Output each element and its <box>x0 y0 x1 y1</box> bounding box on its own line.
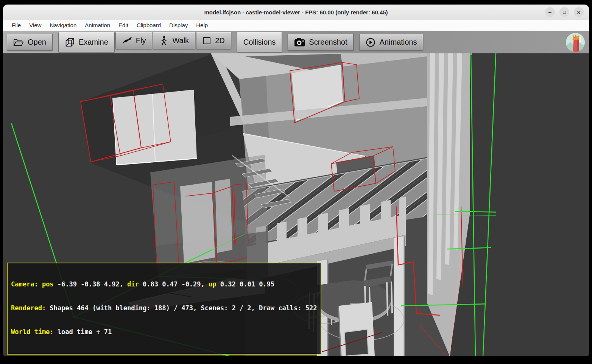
window-title: model.ifcjson - castle-model-viewer - FP… <box>3 9 589 16</box>
stats-overlay: Camera: pos -6.39 -0.38 4.92, dir 0.83 0… <box>7 263 321 355</box>
open-button-label: Open <box>28 38 46 47</box>
stats-sep: , <box>201 280 209 288</box>
menu-display[interactable]: Display <box>165 20 192 30</box>
screenshot-button[interactable]: Screenshot <box>288 34 354 51</box>
collisions-button[interactable]: Collisions <box>237 32 282 52</box>
stats-pos-label: pos <box>42 280 58 288</box>
stats-line-world-time: World time: load time + 71 <box>11 328 317 336</box>
navigation-mode-group: Examine Fly Walk 2D <box>58 32 231 52</box>
maximize-button[interactable]: □ <box>559 7 569 17</box>
close-icon: × <box>577 9 581 16</box>
menu-help[interactable]: Help <box>192 20 212 30</box>
collisions-button-label: Collisions <box>243 38 276 47</box>
castle-game-engine-logo-icon <box>566 33 585 52</box>
stats-pos-value: -6.39 -0.38 4.92 <box>58 280 120 288</box>
camera-icon <box>294 37 305 47</box>
stats-camera-label: Camera: <box>11 280 42 288</box>
play-circle-icon <box>366 37 375 47</box>
window-controls: − □ × <box>545 7 589 17</box>
titlebar[interactable]: model.ifcjson - castle-model-viewer - FP… <box>3 5 589 20</box>
close-button[interactable]: × <box>574 7 584 17</box>
walk-button[interactable]: Walk <box>153 32 195 49</box>
stats-up-value: 0.32 0.01 0.95 <box>220 280 274 288</box>
menu-edit[interactable]: Edit <box>114 20 132 30</box>
minimize-icon: − <box>548 9 552 16</box>
menu-clipboard[interactable]: Clipboard <box>132 20 165 30</box>
fly-button-label: Fly <box>136 36 146 45</box>
cube-icon <box>65 37 75 47</box>
maximize-icon: □ <box>563 9 566 15</box>
menubar: File View Navigation Animation Edit Clip… <box>3 20 589 31</box>
viewport: Camera: pos -6.39 -0.38 4.92, dir 0.83 0… <box>3 53 589 356</box>
menu-animation[interactable]: Animation <box>81 20 114 30</box>
chair-front <box>338 302 375 356</box>
mode-2d-button-label: 2D <box>215 36 225 45</box>
stats-line-rendered: Rendered: Shapes 464 (with blending: 188… <box>11 304 317 312</box>
fly-button[interactable]: Fly <box>115 32 153 49</box>
stats-dir-label: dir <box>127 280 143 288</box>
bird-icon <box>122 37 132 45</box>
examine-button-label: Examine <box>79 38 108 47</box>
minimize-button[interactable]: − <box>545 7 555 17</box>
open-button[interactable]: Open <box>7 34 53 51</box>
square-icon <box>203 36 211 45</box>
stats-dir-value: 0.83 0.47 -0.29 <box>143 280 201 288</box>
toolbar: Open Examine Fly <box>3 31 589 53</box>
stats-rendered-label: Rendered: <box>11 304 50 312</box>
menu-navigation[interactable]: Navigation <box>45 20 81 30</box>
examine-button[interactable]: Examine <box>58 32 115 52</box>
mode-2d-button[interactable]: 2D <box>196 32 231 49</box>
stats-up-label: up <box>209 280 220 288</box>
animations-button[interactable]: Animations <box>359 34 423 51</box>
app-window: model.ifcjson - castle-model-viewer - FP… <box>3 5 589 356</box>
menu-view[interactable]: View <box>25 20 45 30</box>
stats-line-camera: Camera: pos -6.39 -0.38 4.92, dir 0.83 0… <box>11 280 317 288</box>
walk-button-label: Walk <box>172 36 189 45</box>
person-walking-icon <box>159 36 168 46</box>
stats-world-time-label: World time: <box>11 328 58 336</box>
stats-world-time-value: load time + 71 <box>58 328 112 336</box>
menu-file[interactable]: File <box>8 20 25 30</box>
stats-sep: , <box>120 280 127 288</box>
folder-open-icon <box>13 38 24 47</box>
screenshot-button-label: Screenshot <box>309 38 347 47</box>
stats-rendered-value: Shapes 464 (with blending: 188) / 473, S… <box>50 304 317 312</box>
animations-button-label: Animations <box>379 38 417 47</box>
